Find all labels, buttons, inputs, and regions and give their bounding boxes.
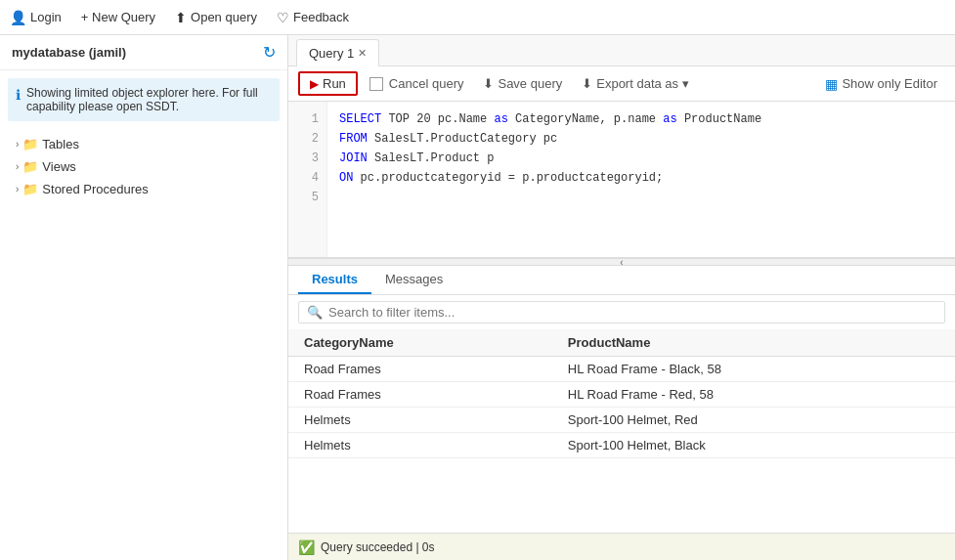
folder-icon: 📁 <box>22 159 38 174</box>
open-query-label: Open query <box>191 10 257 24</box>
show-editor-label: Show only Editor <box>842 76 937 91</box>
code-line-2: FROM SalesLT.ProductCategory pc <box>339 129 943 149</box>
chevron-icon: › <box>16 161 19 172</box>
tab-messages-label: Messages <box>385 272 443 286</box>
info-icon: ℹ <box>16 87 21 113</box>
search-icon: 🔍 <box>307 305 323 320</box>
run-label: Run <box>323 76 346 91</box>
cancel-checkbox <box>369 77 383 91</box>
table-row: Helmets Sport-100 Helmet, Red <box>288 408 955 433</box>
download-icon: ⬇ <box>483 76 494 91</box>
cancel-label: Cancel query <box>389 76 464 91</box>
tab-close-icon[interactable]: ✕ <box>358 47 367 60</box>
chevron-down-icon: ▾ <box>682 76 689 91</box>
tab-results-label: Results <box>312 272 358 286</box>
tree-label-stored-procedures: Stored Procedures <box>42 182 148 196</box>
query-tabs: Query 1 ✕ <box>288 35 955 66</box>
chevron-icon: › <box>16 139 19 150</box>
table-row: Road Frames HL Road Frame - Black, 58 <box>288 357 955 382</box>
feedback-label: Feedback <box>293 10 349 24</box>
tree-item-views[interactable]: › 📁 Views <box>0 155 287 178</box>
line-numbers: 1 2 3 4 5 <box>288 102 327 257</box>
grid-icon: ▦ <box>825 76 838 92</box>
tab-messages[interactable]: Messages <box>371 266 456 294</box>
export-label: Export data as <box>596 76 678 91</box>
left-panel: mydatabase (jamil) ↻ ℹ Showing limited o… <box>0 35 288 560</box>
run-button[interactable]: ▶ Run <box>298 71 358 96</box>
tree-item-stored-procedures[interactable]: › 📁 Stored Procedures <box>0 178 287 200</box>
main-layout: mydatabase (jamil) ↻ ℹ Showing limited o… <box>0 35 955 560</box>
column-header-product: ProductName <box>552 329 955 357</box>
results-table: CategoryName ProductName Road Frames HL … <box>288 329 955 458</box>
status-bar: ✅ Query succeeded | 0s <box>288 533 955 560</box>
cell-category: Road Frames <box>288 357 552 382</box>
resize-handle[interactable]: ‹ <box>288 258 955 266</box>
line-num-1: 1 <box>288 109 326 129</box>
export-icon: ⬇ <box>582 76 592 91</box>
user-icon: 👤 <box>10 10 26 25</box>
folder-icon: 📁 <box>22 137 38 151</box>
tab-results[interactable]: Results <box>298 266 371 294</box>
status-text: Query succeeded | 0s <box>321 540 435 554</box>
status-success-icon: ✅ <box>298 539 315 555</box>
login-label: Login <box>30 10 62 24</box>
cell-category: Road Frames <box>288 382 552 408</box>
query-tab-1[interactable]: Query 1 ✕ <box>296 39 379 66</box>
search-bar[interactable]: 🔍 <box>298 301 945 323</box>
line-num-4: 4 <box>288 168 326 188</box>
query-tab-label: Query 1 <box>309 46 354 61</box>
cell-category: Helmets <box>288 408 552 433</box>
export-button[interactable]: ⬇ Export data as ▾ <box>574 73 697 94</box>
info-text: Showing limited object explorer here. Fo… <box>26 86 272 113</box>
code-content[interactable]: SELECT TOP 20 pc.Name as CategoryName, p… <box>327 102 955 257</box>
play-icon: ▶ <box>310 77 319 91</box>
results-tabs: Results Messages <box>288 266 955 295</box>
code-line-1: SELECT TOP 20 pc.Name as CategoryName, p… <box>339 109 943 129</box>
editor-area[interactable]: 1 2 3 4 5 SELECT TOP 20 pc.Name as Categ… <box>288 102 955 258</box>
table-row: Road Frames HL Road Frame - Red, 58 <box>288 382 955 408</box>
tree-label-views: Views <box>42 159 75 174</box>
toolbar: ▶ Run Cancel query ⬇ Save query ⬇ Export… <box>288 66 955 102</box>
search-input[interactable] <box>328 305 936 320</box>
open-icon: ⬆ <box>175 10 187 25</box>
open-query-nav-item[interactable]: ⬆ Open query <box>175 10 257 25</box>
tree-item-tables[interactable]: › 📁 Tables <box>0 133 287 155</box>
line-num-2: 2 <box>288 129 326 149</box>
cell-product: HL Road Frame - Red, 58 <box>552 382 955 408</box>
folder-icon: 📁 <box>22 182 38 196</box>
save-label: Save query <box>498 76 562 91</box>
database-title: mydatabase (jamil) <box>12 45 126 60</box>
feedback-nav-item[interactable]: ♡ Feedback <box>277 10 349 25</box>
new-query-label: + New Query <box>81 10 155 24</box>
save-button[interactable]: ⬇ Save query <box>475 73 570 94</box>
refresh-icon[interactable]: ↻ <box>263 43 276 62</box>
tree-items: › 📁 Tables › 📁 Views › 📁 Stored Procedur… <box>0 129 287 204</box>
left-panel-header: mydatabase (jamil) ↻ <box>0 35 287 70</box>
table-row: Helmets Sport-100 Helmet, Black <box>288 433 955 458</box>
results-area: Results Messages 🔍 CategoryName ProductN… <box>288 266 955 533</box>
right-panel: Query 1 ✕ ▶ Run Cancel query ⬇ Save quer… <box>288 35 955 560</box>
new-query-nav-item[interactable]: + New Query <box>81 10 155 24</box>
chevron-icon: › <box>16 184 19 194</box>
column-header-category: CategoryName <box>288 329 552 357</box>
line-num-3: 3 <box>288 149 326 168</box>
heart-icon: ♡ <box>277 10 289 25</box>
code-line-5 <box>339 188 943 207</box>
top-nav: 👤 Login + New Query ⬆ Open query ♡ Feedb… <box>0 0 955 35</box>
tree-label-tables: Tables <box>42 137 79 151</box>
cell-product: Sport-100 Helmet, Red <box>552 408 955 433</box>
cell-category: Helmets <box>288 433 552 458</box>
cell-product: HL Road Frame - Black, 58 <box>552 357 955 382</box>
code-line-3: JOIN SalesLT.Product p <box>339 149 943 168</box>
code-line-4: ON pc.productcategoryid = p.productcateg… <box>339 168 943 188</box>
line-num-5: 5 <box>288 188 326 207</box>
cell-product: Sport-100 Helmet, Black <box>552 433 955 458</box>
show-only-editor-button[interactable]: ▦ Show only Editor <box>817 73 945 95</box>
login-nav-item[interactable]: 👤 Login <box>10 10 62 25</box>
info-box: ℹ Showing limited object explorer here. … <box>8 78 280 121</box>
cancel-button[interactable]: Cancel query <box>362 73 472 94</box>
